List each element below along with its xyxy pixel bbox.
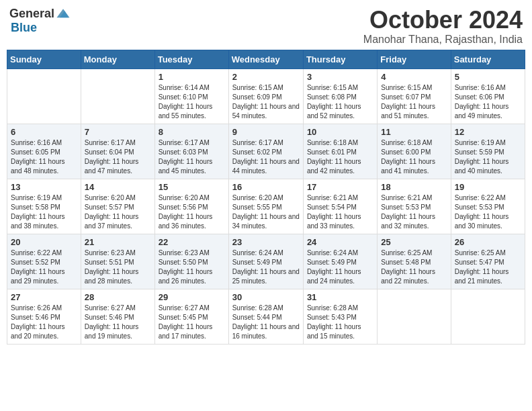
weekday-header: Tuesday — [154, 50, 228, 68]
day-number: 11 — [381, 127, 447, 137]
calendar-cell: 24Sunrise: 6:24 AM Sunset: 5:49 PM Dayli… — [303, 234, 377, 289]
weekday-header: Thursday — [303, 50, 377, 68]
day-number: 6 — [11, 127, 77, 137]
weekday-header: Sunday — [7, 50, 81, 68]
day-number: 26 — [455, 237, 521, 247]
day-info: Sunrise: 6:22 AM Sunset: 5:53 PM Dayligh… — [455, 193, 521, 231]
calendar-cell: 28Sunrise: 6:27 AM Sunset: 5:46 PM Dayli… — [81, 289, 154, 344]
day-number: 17 — [307, 182, 373, 192]
day-info: Sunrise: 6:20 AM Sunset: 5:57 PM Dayligh… — [85, 193, 151, 231]
calendar-cell: 19Sunrise: 6:22 AM Sunset: 5:53 PM Dayli… — [451, 179, 525, 234]
calendar-cell: 18Sunrise: 6:21 AM Sunset: 5:53 PM Dayli… — [378, 179, 451, 234]
day-number: 22 — [159, 237, 225, 247]
calendar-cell: 30Sunrise: 6:28 AM Sunset: 5:44 PM Dayli… — [228, 289, 303, 344]
day-info: Sunrise: 6:24 AM Sunset: 5:49 PM Dayligh… — [232, 248, 300, 286]
day-number: 16 — [232, 182, 300, 192]
day-number: 21 — [85, 237, 151, 247]
calendar-cell — [81, 68, 154, 124]
calendar-cell: 23Sunrise: 6:24 AM Sunset: 5:49 PM Dayli… — [228, 234, 303, 289]
calendar-cell: 15Sunrise: 6:20 AM Sunset: 5:56 PM Dayli… — [154, 179, 228, 234]
day-number: 20 — [11, 237, 77, 247]
calendar-cell — [7, 68, 81, 124]
calendar-cell: 8Sunrise: 6:17 AM Sunset: 6:03 PM Daylig… — [154, 124, 228, 179]
day-info: Sunrise: 6:15 AM Sunset: 6:08 PM Dayligh… — [307, 83, 373, 121]
weekday-header: Wednesday — [228, 50, 303, 68]
day-number: 29 — [159, 292, 225, 302]
calendar-cell: 27Sunrise: 6:26 AM Sunset: 5:46 PM Dayli… — [7, 289, 81, 344]
day-number: 25 — [381, 237, 447, 247]
day-number: 27 — [11, 292, 77, 302]
calendar-cell: 21Sunrise: 6:23 AM Sunset: 5:51 PM Dayli… — [81, 234, 154, 289]
day-info: Sunrise: 6:17 AM Sunset: 6:03 PM Dayligh… — [159, 138, 225, 176]
logo: General Blue — [9, 7, 71, 35]
calendar-cell: 1Sunrise: 6:14 AM Sunset: 6:10 PM Daylig… — [154, 68, 228, 124]
calendar-cell: 20Sunrise: 6:22 AM Sunset: 5:52 PM Dayli… — [7, 234, 81, 289]
day-info: Sunrise: 6:25 AM Sunset: 5:48 PM Dayligh… — [381, 248, 447, 286]
calendar-cell — [378, 289, 451, 344]
day-info: Sunrise: 6:14 AM Sunset: 6:10 PM Dayligh… — [159, 83, 225, 121]
calendar-cell: 25Sunrise: 6:25 AM Sunset: 5:48 PM Dayli… — [378, 234, 451, 289]
calendar-cell: 6Sunrise: 6:16 AM Sunset: 6:05 PM Daylig… — [7, 124, 81, 179]
logo-icon — [56, 5, 71, 20]
day-info: Sunrise: 6:20 AM Sunset: 5:56 PM Dayligh… — [159, 193, 225, 231]
day-number: 31 — [307, 292, 373, 302]
calendar-cell: 9Sunrise: 6:17 AM Sunset: 6:02 PM Daylig… — [228, 124, 303, 179]
weekday-header: Monday — [81, 50, 154, 68]
day-number: 24 — [307, 237, 373, 247]
weekday-header: Saturday — [451, 50, 525, 68]
day-info: Sunrise: 6:23 AM Sunset: 5:50 PM Dayligh… — [159, 248, 225, 286]
calendar-cell: 17Sunrise: 6:21 AM Sunset: 5:54 PM Dayli… — [303, 179, 377, 234]
day-number: 23 — [232, 237, 300, 247]
day-info: Sunrise: 6:15 AM Sunset: 6:09 PM Dayligh… — [232, 83, 300, 121]
day-info: Sunrise: 6:17 AM Sunset: 6:02 PM Dayligh… — [232, 138, 300, 176]
day-number: 3 — [307, 72, 373, 82]
day-info: Sunrise: 6:19 AM Sunset: 5:58 PM Dayligh… — [11, 193, 77, 231]
weekday-header-row: SundayMondayTuesdayWednesdayThursdayFrid… — [7, 50, 525, 68]
day-number: 12 — [455, 127, 521, 137]
calendar-cell: 3Sunrise: 6:15 AM Sunset: 6:08 PM Daylig… — [303, 68, 377, 124]
day-number: 18 — [381, 182, 447, 192]
calendar-cell: 14Sunrise: 6:20 AM Sunset: 5:57 PM Dayli… — [81, 179, 154, 234]
day-info: Sunrise: 6:27 AM Sunset: 5:46 PM Dayligh… — [85, 304, 151, 341]
day-number: 14 — [85, 182, 151, 192]
day-number: 30 — [232, 292, 300, 302]
day-info: Sunrise: 6:16 AM Sunset: 6:06 PM Dayligh… — [455, 83, 521, 121]
month-title: October 2024 — [363, 7, 523, 34]
calendar-cell: 2Sunrise: 6:15 AM Sunset: 6:09 PM Daylig… — [228, 68, 303, 124]
day-info: Sunrise: 6:21 AM Sunset: 5:53 PM Dayligh… — [381, 193, 447, 231]
day-info: Sunrise: 6:16 AM Sunset: 6:05 PM Dayligh… — [11, 138, 77, 176]
calendar-table: SundayMondayTuesdayWednesdayThursdayFrid… — [7, 50, 525, 345]
week-row: 27Sunrise: 6:26 AM Sunset: 5:46 PM Dayli… — [7, 289, 525, 344]
page-header: General Blue October 2024 Manohar Thana,… — [7, 7, 525, 46]
day-info: Sunrise: 6:28 AM Sunset: 5:43 PM Dayligh… — [307, 304, 373, 341]
calendar-cell: 4Sunrise: 6:15 AM Sunset: 6:07 PM Daylig… — [378, 68, 451, 124]
calendar-cell: 11Sunrise: 6:18 AM Sunset: 6:00 PM Dayli… — [378, 124, 451, 179]
week-row: 13Sunrise: 6:19 AM Sunset: 5:58 PM Dayli… — [7, 179, 525, 234]
day-info: Sunrise: 6:17 AM Sunset: 6:04 PM Dayligh… — [85, 138, 151, 176]
day-number: 13 — [11, 182, 77, 192]
day-info: Sunrise: 6:23 AM Sunset: 5:51 PM Dayligh… — [85, 248, 151, 286]
week-row: 1Sunrise: 6:14 AM Sunset: 6:10 PM Daylig… — [7, 68, 525, 124]
location-title: Manohar Thana, Rajasthan, India — [363, 34, 523, 46]
week-row: 6Sunrise: 6:16 AM Sunset: 6:05 PM Daylig… — [7, 124, 525, 179]
calendar-cell: 5Sunrise: 6:16 AM Sunset: 6:06 PM Daylig… — [451, 68, 525, 124]
day-info: Sunrise: 6:21 AM Sunset: 5:54 PM Dayligh… — [307, 193, 373, 231]
calendar-cell: 10Sunrise: 6:18 AM Sunset: 6:01 PM Dayli… — [303, 124, 377, 179]
day-number: 2 — [232, 72, 300, 82]
day-info: Sunrise: 6:18 AM Sunset: 6:01 PM Dayligh… — [307, 138, 373, 176]
calendar-cell: 26Sunrise: 6:25 AM Sunset: 5:47 PM Dayli… — [451, 234, 525, 289]
day-info: Sunrise: 6:18 AM Sunset: 6:00 PM Dayligh… — [381, 138, 447, 176]
day-number: 7 — [85, 127, 151, 137]
day-info: Sunrise: 6:27 AM Sunset: 5:45 PM Dayligh… — [159, 304, 225, 341]
day-info: Sunrise: 6:28 AM Sunset: 5:44 PM Dayligh… — [232, 304, 300, 341]
calendar-cell: 7Sunrise: 6:17 AM Sunset: 6:04 PM Daylig… — [81, 124, 154, 179]
day-info: Sunrise: 6:19 AM Sunset: 5:59 PM Dayligh… — [455, 138, 521, 176]
day-info: Sunrise: 6:20 AM Sunset: 5:55 PM Dayligh… — [232, 193, 300, 231]
logo-general: General — [9, 7, 54, 21]
calendar-cell: 12Sunrise: 6:19 AM Sunset: 5:59 PM Dayli… — [451, 124, 525, 179]
day-info: Sunrise: 6:22 AM Sunset: 5:52 PM Dayligh… — [11, 248, 77, 286]
day-number: 8 — [159, 127, 225, 137]
day-number: 5 — [455, 72, 521, 82]
week-row: 20Sunrise: 6:22 AM Sunset: 5:52 PM Dayli… — [7, 234, 525, 289]
day-number: 19 — [455, 182, 521, 192]
